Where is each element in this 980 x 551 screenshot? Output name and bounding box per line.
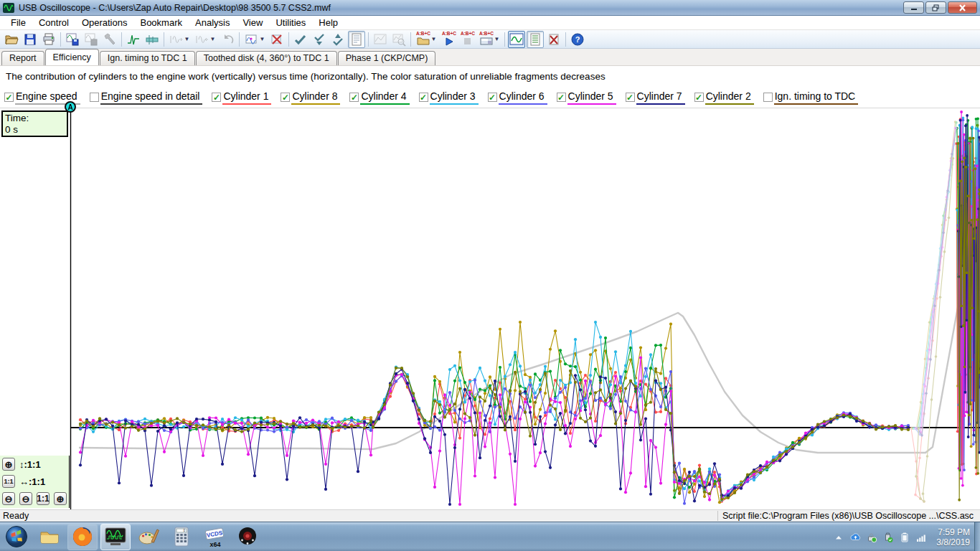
menu-item-help[interactable]: Help [312,16,344,29]
time-cursor-label: Time: [5,113,65,124]
taskbar-firefox-button[interactable] [67,524,98,550]
toolbar-close-document-button[interactable] [545,31,562,48]
stretch-waveform-icon [169,32,184,47]
toolbar-view-chart-button[interactable] [508,31,525,48]
toolbar-accept-all-up-button[interactable] [329,31,347,48]
usb-ok-icon [882,532,894,543]
tab-report[interactable]: Report [1,51,44,65]
tray-signal-icon[interactable] [915,532,927,543]
tab-toothed-disk-4-360-to-tdc-1[interactable]: Toothed disk (4, 360°) to TDC 1 [196,51,337,65]
legend-item-cylinder-2[interactable]: ✓Cylinder 2 [694,90,754,105]
chart-area: A Time: 0 s ⊕ ↕:1:1 1:1 ↔:1:1 ⊖⊖1:1⊕ [0,108,980,509]
toolbar-print-button[interactable] [40,31,57,48]
checkbox-cylinder-2[interactable]: ✓ [694,93,704,102]
legend-item-cylinder-7[interactable]: ✓Cylinder 7 [626,90,685,105]
legend-label: Cylinder 4 [360,90,409,105]
toolbar-stretch-waveform-button: ▼ [167,31,192,48]
checkbox-engine-speed[interactable]: ✓ [4,93,14,102]
toolbar-accept-all-down-button[interactable] [311,31,328,48]
toolbar-open-file-button[interactable] [3,31,20,48]
menu-item-control[interactable]: Control [32,16,75,29]
zoom-in-horizontal-button[interactable]: ⊕ [54,492,67,505]
legend-item-cylinder-6[interactable]: ✓Cylinder 6 [488,90,547,105]
toolbar-abc-open-button[interactable]: ▼A:B+C [414,31,438,48]
tray-chevron-up-icon[interactable] [833,532,844,543]
legend-item-cylinder-8[interactable]: ✓Cylinder 8 [281,90,340,105]
tab-bar: ReportEfficiencyIgn. timing to TDC 1Toot… [0,49,980,66]
toolbar-help-button[interactable]: ? [569,31,586,48]
menu-item-utilities[interactable]: Utilities [269,16,312,29]
legend-item-cylinder-3[interactable]: ✓Cylinder 3 [419,90,479,105]
checkbox-cylinder-6[interactable]: ✓ [488,93,497,102]
legend-item-engine-speed-in-detail[interactable]: Engine speed in detail [90,90,203,105]
clock-date: 3/8/2019 [936,537,970,547]
toolbar-measure-tool-button[interactable] [143,31,161,48]
dropdown-arrow-icon: ▼ [494,36,500,42]
tab-efficiency[interactable]: Efficiency [45,49,99,65]
legend-item-cylinder-5[interactable]: ✓Cylinder 5 [557,90,616,105]
tray-usb-ok-icon[interactable] [882,532,894,543]
checkbox-cylinder-4[interactable]: ✓ [349,93,359,102]
abc-badge: A:B+C [442,31,456,36]
tab-phase-1-ckp-cmp[interactable]: Phase 1 (CKP/CMP) [338,51,436,65]
zoom-out-vertical-button[interactable]: ⊖ [2,492,15,505]
abc-badge: A:B+C [416,31,430,36]
checkbox-cylinder-5[interactable]: ✓ [557,93,566,102]
taskbar-explorer-button[interactable] [34,524,65,550]
menu-item-operations[interactable]: Operations [75,16,134,29]
toolbar-single-pulse-button[interactable] [125,31,142,48]
menu-item-view[interactable]: View [236,16,269,29]
toolbar-separator [164,32,164,47]
tray-cloud-sync-icon[interactable] [849,532,861,543]
menu-item-analysis[interactable]: Analysis [189,16,236,29]
zoom-out-horizontal-button[interactable]: ⊖ [19,492,32,505]
taskbar-paint-button[interactable] [133,524,164,550]
toolbar-script-panel-button[interactable] [348,31,365,48]
restore-button[interactable] [925,1,946,14]
tray-battery-icon[interactable] [899,532,910,543]
checkbox-engine-speed-in-detail[interactable] [90,93,99,102]
toolbar-save-file-button[interactable] [22,31,39,48]
tab-ign-timing-to-tdc-1[interactable]: Ign. timing to TDC 1 [100,51,195,65]
firefox-icon [71,525,94,548]
menu-item-bookmark[interactable]: Bookmark [133,16,189,29]
taskbar-calculator-button[interactable]: 0 [166,524,197,550]
legend-item-ign-timing-to-tdc[interactable]: Ign. timing to TDC [763,90,859,105]
checkbox-cylinder-3[interactable]: ✓ [419,93,428,102]
show-desktop-button[interactable] [974,522,980,551]
checkbox-cylinder-7[interactable]: ✓ [626,93,635,102]
accept-icon [293,32,308,47]
reset-vertical-button[interactable]: 1:1 [2,475,15,488]
toolbar-view-report-button[interactable] [527,31,544,48]
tray-lock-secure-icon[interactable] [866,532,877,543]
waveform-canvas[interactable] [0,108,980,510]
taskbar-oscilloscope-button[interactable] [100,524,131,550]
dropdown-arrow-icon: ▼ [184,36,190,42]
zoom-in-vertical-button[interactable]: ⊕ [2,458,15,471]
toolbar-abc-run-button[interactable]: A:B+C [440,31,457,48]
checkbox-cylinder-8[interactable]: ✓ [281,93,290,102]
toolbar-separator [565,32,566,47]
checkbox-cylinder-1[interactable]: ✓ [212,93,221,102]
toolbar-overlay-waveform-button[interactable]: ▼ [242,31,267,48]
legend-item-cylinder-4[interactable]: ✓Cylinder 4 [349,90,409,105]
taskbar-clock[interactable]: 7:59 PM 3/8/2019 [936,527,970,547]
toolbar-accept-button[interactable] [292,31,309,48]
toolbar-save-waveform-image-button[interactable] [64,31,81,48]
taskbar-obd-tool-button[interactable] [232,524,263,550]
time-cursor-box: Time: 0 s [1,110,68,137]
measure-tool-icon [145,32,159,47]
menu-bar: FileControlOperationsBookmarkAnalysisVie… [0,16,980,30]
menu-item-file[interactable]: File [4,16,32,29]
marker-a-badge[interactable]: A [65,101,76,113]
legend-item-cylinder-1[interactable]: ✓Cylinder 1 [212,90,271,105]
checkbox-ign-timing-to-tdc[interactable] [763,93,773,102]
close-button[interactable] [948,1,977,14]
reset-horizontal-button[interactable]: 1:1 [37,492,50,505]
toolbar-remove-waveform-button[interactable] [268,31,286,48]
minimize-button[interactable] [903,1,924,14]
taskbar-start-orb[interactable] [1,524,32,550]
zoom-panel: ⊕ ↕:1:1 1:1 ↔:1:1 ⊖⊖1:1⊕ [0,456,70,508]
taskbar-vcds-button[interactable]: VCDSx64 [199,524,230,550]
toolbar-abc-settings-button[interactable]: ▼A:B+C [477,31,501,48]
